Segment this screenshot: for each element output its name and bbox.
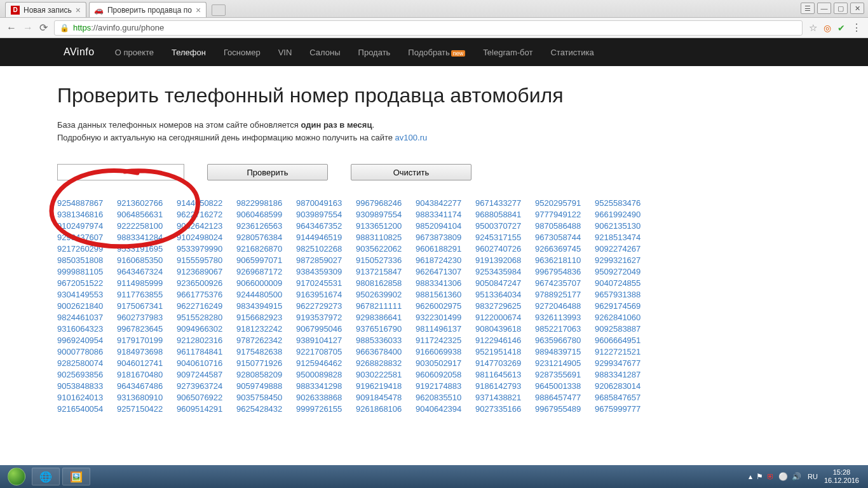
phone-link[interactable]: 9883110825 <box>356 233 416 242</box>
phone-link[interactable]: 9179170199 <box>117 336 177 345</box>
phone-link[interactable]: 9102498024 <box>177 233 236 242</box>
phone-link[interactable]: 9609514291 <box>177 404 236 414</box>
minimize-icon[interactable]: — <box>817 3 831 14</box>
phone-link[interactable]: 9671433277 <box>475 198 535 208</box>
phone-link[interactable]: 9067995046 <box>296 324 356 334</box>
phone-link[interactable]: 9304149553 <box>57 290 117 299</box>
phone-link[interactable]: 9253435984 <box>475 267 535 276</box>
nav-gosnomer[interactable]: Госномер <box>224 48 261 57</box>
phone-link[interactable]: 9026338868 <box>296 393 356 402</box>
phone-link[interactable]: 9181232242 <box>236 324 296 334</box>
phone-link[interactable]: 9673873809 <box>416 233 475 242</box>
phone-link[interactable]: 9883341174 <box>416 210 475 219</box>
phone-link[interactable]: 9852217063 <box>535 324 595 334</box>
phone-link[interactable]: 9097244587 <box>177 370 236 379</box>
phone-link[interactable]: 9661992490 <box>595 210 654 219</box>
phone-link[interactable]: 9114985999 <box>117 278 177 288</box>
phone-link[interactable]: 9967955489 <box>535 404 595 414</box>
close-icon[interactable]: × <box>196 5 201 15</box>
phone-link[interactable]: 9030222581 <box>356 370 416 379</box>
phone-link[interactable]: 9661775376 <box>177 290 236 299</box>
phone-link[interactable]: 9175067341 <box>117 301 177 311</box>
phone-link[interactable]: 9175482638 <box>236 347 296 356</box>
phone-link[interactable]: 9967954836 <box>535 267 595 276</box>
phone-link[interactable]: 9822998186 <box>236 198 296 208</box>
phone-link[interactable]: 9092583887 <box>595 324 654 334</box>
phone-link[interactable]: 9787262342 <box>236 336 296 345</box>
phone-link[interactable]: 9160685350 <box>117 255 177 265</box>
phone-link[interactable]: 9245317155 <box>475 233 535 242</box>
phone-link[interactable]: 9832729625 <box>475 301 535 311</box>
phone-link[interactable]: 9620835510 <box>416 393 475 402</box>
phone-link[interactable]: 9688058841 <box>475 210 535 219</box>
phone-link[interactable]: 9825102268 <box>296 244 356 254</box>
phone-link[interactable]: 9147703269 <box>475 358 535 368</box>
phone-link[interactable]: 9824461037 <box>57 313 117 322</box>
phone-link[interactable]: 9231214905 <box>535 358 595 368</box>
phone-link[interactable]: 9268828832 <box>356 358 416 368</box>
phone-link[interactable]: 9886457477 <box>535 393 595 402</box>
phone-link[interactable]: 9384359309 <box>296 267 356 276</box>
phone-link[interactable]: 9811496137 <box>416 324 475 334</box>
start-button[interactable] <box>4 467 29 486</box>
phone-link[interactable]: 9144946519 <box>296 233 356 242</box>
reload-icon[interactable]: ⟳ <box>39 22 48 34</box>
phone-link[interactable]: 9500370727 <box>475 221 535 231</box>
phone-link[interactable]: 9144050822 <box>177 198 236 208</box>
phone-link[interactable]: 9870586488 <box>535 221 595 231</box>
phone-link[interactable]: 9326113993 <box>535 313 595 322</box>
phone-link[interactable]: 9236500926 <box>177 278 236 288</box>
phone-link[interactable]: 9967968246 <box>356 198 416 208</box>
phone-link[interactable]: 9216540054 <box>57 404 117 414</box>
phone-link[interactable]: 9091845478 <box>356 393 416 402</box>
phone-link[interactable]: 9122000674 <box>475 313 535 322</box>
phone-link[interactable]: 9117242325 <box>416 336 475 345</box>
phone-link[interactable]: 9626002975 <box>416 301 475 311</box>
phone-link[interactable]: 9371438821 <box>475 393 535 402</box>
phone-link[interactable]: 9060468599 <box>236 210 296 219</box>
close-window-icon[interactable]: ✕ <box>850 3 864 14</box>
phone-link[interactable]: 9035758450 <box>236 393 296 402</box>
nav-pick[interactable]: Подобратьnew <box>408 48 465 57</box>
taskbar-pictures[interactable]: 🖼️ <box>62 468 90 485</box>
phone-link[interactable]: 9883341284 <box>117 233 177 242</box>
phone-link[interactable]: 9521951418 <box>475 347 535 356</box>
phone-link[interactable]: 9002621840 <box>57 301 117 311</box>
phone-link[interactable]: 9133651200 <box>356 221 416 231</box>
browser-tab-2[interactable]: 🚗 Проверить продавца по × <box>89 2 207 17</box>
phone-link[interactable]: 9520295791 <box>535 198 595 208</box>
phone-link[interactable]: 9125946462 <box>296 358 356 368</box>
phone-link[interactable]: 9221708705 <box>296 347 356 356</box>
phone-link[interactable]: 9092274267 <box>595 244 654 254</box>
phone-link[interactable]: 9150527336 <box>356 255 416 265</box>
phone-link[interactable]: 9184973698 <box>117 347 177 356</box>
phone-link[interactable]: 9222258100 <box>117 221 177 231</box>
phone-link[interactable]: 9622716272 <box>177 210 236 219</box>
phone-link[interactable]: 9625428432 <box>236 404 296 414</box>
nav-stats[interactable]: Статистика <box>550 48 593 57</box>
phone-link[interactable]: 9657931388 <box>595 290 654 299</box>
phone-link[interactable]: 9643467486 <box>117 381 177 391</box>
phone-link[interactable]: 9999881105 <box>57 267 117 276</box>
tray-flag-icon[interactable]: ⚑ <box>756 472 763 481</box>
phone-link[interactable]: 9272046488 <box>535 301 595 311</box>
phone-link[interactable]: 9101624013 <box>57 393 117 402</box>
phone-link[interactable]: 9316064323 <box>57 324 117 334</box>
phone-link[interactable]: 9282580074 <box>57 358 117 368</box>
phone-link[interactable]: 9046012741 <box>117 358 177 368</box>
phone-link[interactable]: 9261868106 <box>356 404 416 414</box>
tray-volume-icon[interactable]: 🔊 <box>792 472 801 481</box>
desc-link[interactable]: av100.ru <box>395 133 428 142</box>
phone-link[interactable]: 9196219418 <box>356 381 416 391</box>
phone-link[interactable]: 9674235707 <box>535 278 595 288</box>
nav-telegram[interactable]: Telegram-бот <box>483 48 532 57</box>
phone-link[interactable]: 9629174569 <box>595 301 654 311</box>
phone-link[interactable]: 9663678400 <box>356 347 416 356</box>
phone-link[interactable]: 9881561360 <box>416 290 475 299</box>
phone-link[interactable]: 9035622062 <box>356 244 416 254</box>
phone-link[interactable]: 9050847247 <box>475 278 535 288</box>
phone-link[interactable]: 9040610716 <box>177 358 236 368</box>
phone-link[interactable]: 9872859027 <box>296 255 356 265</box>
phone-link[interactable]: 9502639902 <box>356 290 416 299</box>
phone-link[interactable]: 9626471307 <box>416 267 475 276</box>
